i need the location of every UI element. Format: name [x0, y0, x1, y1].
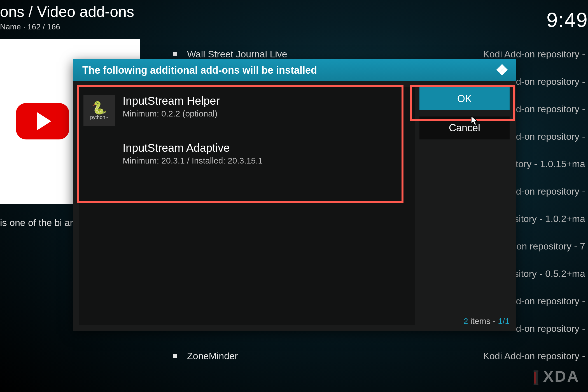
dependency-list[interactable]: 🐍python™InputStream HelperMinimum: 0.2.2…	[79, 87, 415, 325]
bullet-icon	[173, 52, 177, 56]
kodi-logo-icon	[496, 63, 508, 77]
dependency-item[interactable]: 🐍python™InputStream HelperMinimum: 0.2.2…	[79, 87, 415, 134]
addon-source: d-on repository -	[516, 296, 585, 307]
addon-source: d-on repository -	[516, 76, 585, 87]
python-module-icon: 🐍python™	[83, 95, 115, 126]
youtube-play-icon	[16, 103, 69, 139]
addon-source: d-on repository -	[516, 186, 585, 197]
addon-source: Kodi Add-on repository -	[483, 49, 585, 60]
dependency-subtitle: Minimum: 0.2.2 (optional)	[123, 109, 220, 118]
watermark: [ ] XDA	[533, 367, 580, 385]
watermark-text: XDA	[543, 367, 580, 385]
addon-source: d-on repository -	[516, 131, 585, 142]
addon-source: d-on repository -	[516, 104, 585, 115]
dialog-title: The following additional add-ons will be…	[82, 64, 317, 76]
dialog-header: The following additional add-ons will be…	[73, 59, 516, 81]
dependency-dialog: The following additional add-ons will be…	[73, 59, 516, 331]
dialog-item-count: 2 items - 1/1	[463, 316, 510, 326]
header-subtitle: Name · 162 / 166	[0, 22, 60, 31]
addon-source: sitory - 1.0.15+ma	[509, 158, 585, 169]
dependency-subtitle: Minimum: 20.3.1 / Installed: 20.3.15.1	[123, 156, 263, 165]
ok-button[interactable]: OK	[419, 87, 510, 110]
page-clock: 9:49	[547, 8, 588, 31]
dependency-title: InputStream Helper	[123, 95, 220, 107]
cancel-button[interactable]: Cancel	[419, 116, 510, 139]
bullet-icon	[173, 354, 177, 358]
empty-icon	[83, 142, 115, 173]
breadcrumb: ons / Video add-ons	[0, 3, 134, 20]
addon-source: sitory - 1.0.2+ma	[514, 213, 585, 224]
addon-name: Wall Street Journal Live	[187, 49, 483, 60]
watermark-bracket-right: ]	[533, 367, 540, 385]
addon-source: Kodi Add-on repository -	[483, 351, 585, 361]
list-item[interactable]: ZoneMinderKodi Add-on repository -	[171, 342, 588, 370]
dialog-actions: OK Cancel 2 items - 1/1	[415, 81, 516, 331]
addon-source: d-on repository -	[516, 323, 585, 334]
dependency-item[interactable]: InputStream AdaptiveMinimum: 20.3.1 / In…	[79, 134, 415, 181]
dependency-title: InputStream Adaptive	[123, 142, 263, 154]
addon-source: sitory - 0.5.2+ma	[514, 268, 585, 279]
addon-name: ZoneMinder	[187, 351, 483, 361]
addon-source: -on repository - 7	[513, 241, 585, 252]
